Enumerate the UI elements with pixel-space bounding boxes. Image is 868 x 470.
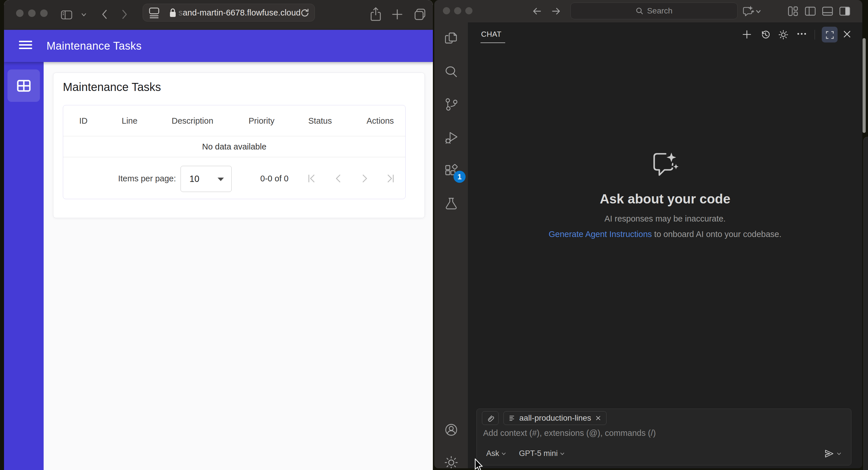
close-window-button[interactable]: [16, 9, 24, 17]
maximize-panel-icon[interactable]: [825, 30, 834, 40]
column-header-id[interactable]: ID: [79, 105, 88, 136]
mode-picker[interactable]: Ask: [486, 449, 506, 458]
items-per-page-select[interactable]: 10: [181, 166, 231, 192]
copilot-large-icon: [651, 151, 681, 177]
generate-instructions-link[interactable]: Generate Agent Instructions: [549, 229, 652, 239]
source-control-icon[interactable]: [444, 98, 458, 111]
send-icon: [824, 449, 834, 458]
chat-history-icon[interactable]: [761, 30, 770, 40]
attachment-chip-label: aall-production-lines: [519, 413, 591, 422]
column-header-actions[interactable]: Actions: [367, 105, 394, 136]
explorer-icon[interactable]: [444, 32, 458, 45]
minimize-window-button[interactable]: [28, 9, 36, 17]
url-text[interactable]: sand-martin-6678.flowfuse.cloud: [179, 4, 301, 21]
tasks-card: Maintenance Tasks ID Line Description Pr…: [53, 72, 425, 218]
empty-title: Ask about your code: [468, 191, 862, 207]
history-forward-icon[interactable]: [551, 6, 561, 17]
send-options-chevron-icon[interactable]: [837, 452, 841, 456]
chat-settings-gear-icon[interactable]: [778, 30, 788, 40]
empty-subtitle: AI responses may be inaccurate.: [468, 214, 862, 223]
chat-input-placeholder[interactable]: Add context (#), extensions (@), command…: [483, 429, 656, 438]
vscode-titlebar: Search: [434, 0, 862, 22]
vscode-window: Search: [434, 0, 862, 468]
column-header-description[interactable]: Description: [172, 105, 213, 136]
zoom-window-button[interactable]: [40, 9, 48, 17]
app-content: Maintenance Tasks ID Line Description Pr…: [43, 62, 433, 470]
column-header-priority[interactable]: Priority: [249, 105, 274, 136]
model-label: GPT-5 mini: [519, 449, 558, 458]
page-settings-icon[interactable]: [149, 7, 160, 19]
account-icon[interactable]: [444, 423, 458, 437]
chat-tab[interactable]: CHAT: [481, 30, 501, 39]
chevron-down-icon: [560, 452, 565, 456]
pagination-range: 0-0 of 0: [254, 168, 295, 189]
chat-panel: CHAT: [468, 22, 862, 468]
forward-button[interactable]: [121, 7, 129, 21]
tab-overview-icon[interactable]: [413, 7, 427, 22]
back-button[interactable]: [100, 7, 108, 21]
next-page-button[interactable]: [358, 172, 371, 185]
sidebar-item-tasks[interactable]: [7, 69, 40, 102]
testing-icon[interactable]: [444, 197, 458, 211]
last-page-button[interactable]: [384, 172, 397, 185]
more-actions-icon[interactable]: [797, 32, 807, 36]
background-window: [863, 137, 868, 470]
send-button[interactable]: [824, 449, 841, 458]
chat-tab-underline: [480, 42, 505, 43]
toggle-sidebar-icon[interactable]: [805, 6, 816, 16]
column-header-status[interactable]: Status: [308, 105, 332, 136]
background-scrollbar: [863, 38, 866, 133]
minimize-window-button[interactable]: [454, 7, 461, 14]
chevron-down-icon: [501, 452, 506, 456]
column-header-line[interactable]: Line: [122, 105, 137, 136]
reload-icon[interactable]: [300, 8, 310, 18]
chevron-down-icon[interactable]: [81, 12, 87, 17]
app-bar: Maintenance Tasks: [4, 30, 433, 62]
first-page-button[interactable]: [305, 172, 318, 185]
toggle-panel-icon[interactable]: [822, 6, 833, 16]
vscode-traffic-lights[interactable]: [443, 7, 472, 14]
new-chat-icon[interactable]: [742, 30, 751, 39]
remove-attachment-icon[interactable]: [595, 415, 601, 421]
lock-icon: [168, 7, 177, 19]
toggle-secondary-sidebar-icon[interactable]: [839, 6, 850, 16]
traffic-lights[interactable]: [16, 9, 48, 17]
model-picker[interactable]: GPT-5 mini: [519, 449, 565, 458]
attach-button[interactable]: [482, 411, 499, 425]
tasks-table: ID Line Description Priority Status Acti…: [63, 105, 406, 199]
list-icon: [509, 415, 515, 421]
attachment-chip[interactable]: aall-production-lines: [503, 411, 607, 425]
app-sidebar: [4, 62, 43, 470]
extensions-badge: 1: [454, 171, 466, 183]
settings-gear-icon[interactable]: [444, 456, 458, 468]
card-title: Maintenance Tasks: [63, 80, 161, 94]
safari-toolbar: sand-martin-6678.flowfuse.cloud: [4, 0, 433, 30]
mouse-cursor: [474, 459, 484, 470]
run-debug-icon[interactable]: [444, 131, 458, 145]
previous-page-button[interactable]: [332, 172, 345, 185]
search-icon[interactable]: [444, 65, 458, 79]
search-icon: [636, 7, 644, 15]
history-back-icon[interactable]: [532, 6, 542, 17]
items-per-page-value: 10: [189, 166, 199, 192]
table-header-row: ID Line Description Priority Status Acti…: [63, 105, 405, 136]
paperclip-icon: [487, 414, 494, 422]
chat-input-container[interactable]: aall-production-lines Add context (#), e…: [476, 409, 851, 465]
mode-label: Ask: [486, 449, 499, 458]
close-window-button[interactable]: [443, 7, 450, 14]
hamburger-icon[interactable]: [19, 41, 32, 49]
table-empty-row: No data available: [63, 136, 405, 157]
customize-layout-icon[interactable]: [787, 6, 798, 17]
url-capsule[interactable]: sand-martin-6678.flowfuse.cloud: [143, 4, 315, 22]
close-panel-icon[interactable]: [843, 30, 851, 38]
share-icon[interactable]: [369, 7, 382, 23]
link-suffix: to onboard AI onto your codebase.: [652, 229, 781, 239]
activity-bar: 1: [434, 22, 468, 468]
vscode-search-field[interactable]: Search: [570, 3, 738, 19]
select-caret-icon: [218, 178, 224, 181]
zoom-window-button[interactable]: [465, 7, 472, 14]
new-tab-icon[interactable]: [391, 8, 404, 21]
copilot-menu-icon[interactable]: [742, 5, 761, 18]
sidebar-toggle-icon[interactable]: [60, 9, 73, 21]
table-grid-icon: [17, 80, 31, 92]
